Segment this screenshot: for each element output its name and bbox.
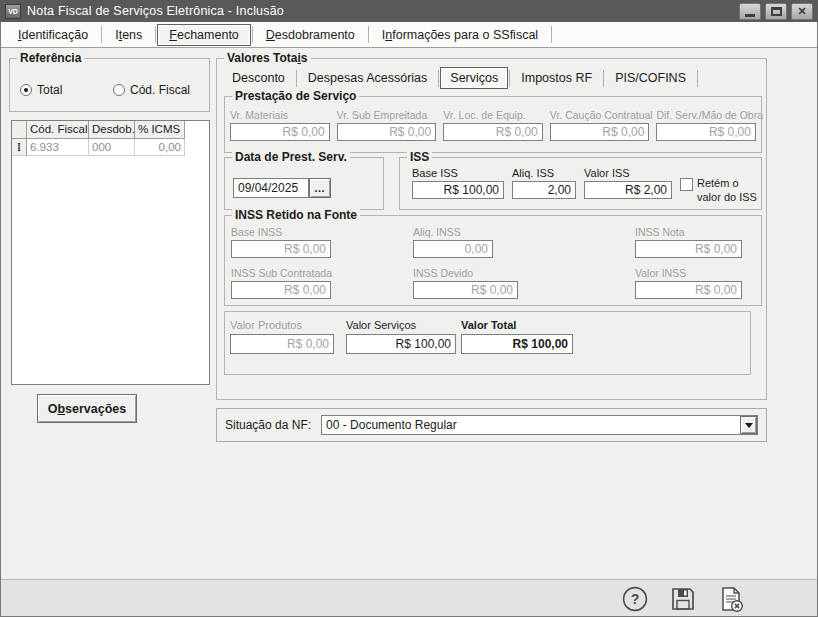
- retem-iss-checkbox-field[interactable]: Retém o valor do ISS: [680, 177, 761, 205]
- aliq-inss-input: 0,00: [413, 240, 493, 258]
- window-controls: ✕: [739, 3, 813, 20]
- situacao-dropdown[interactable]: 00 - Documento Regular: [321, 415, 758, 435]
- field-valor-total: Valor Total R$ 100,00: [461, 319, 573, 354]
- svg-text:?: ?: [631, 591, 640, 607]
- field-valor-produtos: Valor Produtos R$ 0,00: [230, 319, 334, 354]
- close-button[interactable]: ✕: [791, 3, 813, 20]
- minimize-button[interactable]: [739, 3, 761, 20]
- grid-header-selector: [12, 121, 27, 139]
- valor-servicos-input[interactable]: R$ 100,00: [346, 334, 456, 354]
- cell-cod-fiscal: 6.933: [27, 139, 89, 156]
- field-vr-loc-equip: Vr. Loc. de Equip. R$ 0,00: [443, 109, 543, 141]
- valor-inss-input: R$ 0,00: [635, 281, 742, 299]
- retem-iss-checkbox[interactable]: [680, 178, 693, 191]
- subtab-impostos-rf[interactable]: Impostos RF: [511, 67, 602, 89]
- subtab-pis-cofins[interactable]: PIS/COFINS: [605, 67, 696, 89]
- fiscal-codes-grid[interactable]: Cód. Fiscal Desdob. % ICMS I 6.933 000 0…: [11, 120, 210, 385]
- observacoes-button-label: Observações: [48, 402, 127, 416]
- iss-group: ISS Base ISS R$ 100,00 Aliq. ISS 2,00 Va…: [399, 157, 762, 210]
- field-aliq-inss: Aliq. INSS 0,00: [413, 226, 635, 258]
- row-selector-cursor-icon: I: [12, 139, 27, 156]
- field-valor-iss: Valor ISS R$ 2,00: [584, 167, 672, 199]
- date-picker-button[interactable]: …: [309, 178, 331, 198]
- field-vr-sub-empreitada: Vr. Sub Empreitada R$ 0,00: [337, 109, 437, 141]
- valor-iss-input[interactable]: R$ 2,00: [584, 181, 672, 199]
- tab-separator: [551, 26, 552, 43]
- base-iss-input[interactable]: R$ 100,00: [412, 181, 504, 199]
- tab-separator: [697, 70, 698, 87]
- aliq-inss-label: Aliq. INSS: [413, 226, 635, 238]
- cancel-document-icon: [717, 585, 745, 613]
- field-inss-sub-contratada: INSS Sub Contratada R$ 0,00: [231, 267, 413, 299]
- aliq-iss-input[interactable]: 2,00: [512, 181, 576, 199]
- tab-desdobramento[interactable]: Desdobramento: [254, 24, 367, 46]
- ellipsis-icon: …: [314, 182, 326, 194]
- inss-retido-group: INSS Retido na Fonte Base INSS R$ 0,00 A…: [224, 215, 762, 306]
- help-icon: ?: [621, 585, 649, 613]
- situacao-panel: Situação da NF: 00 - Documento Regular: [216, 408, 767, 442]
- footer-toolbar: ?: [1, 579, 817, 616]
- observacoes-button[interactable]: Observações: [37, 394, 137, 423]
- cell-icms: 0,00: [135, 139, 185, 156]
- valores-totais-group: Valores Totais Desconto Despesas Acessór…: [216, 58, 767, 400]
- tab-separator: [296, 70, 297, 87]
- maximize-button[interactable]: [765, 3, 787, 20]
- save-button[interactable]: [669, 585, 697, 613]
- vr-sub-empreitada-input: R$ 0,00: [337, 123, 437, 141]
- data-prest-serv-input[interactable]: 09/04/2025: [233, 178, 309, 198]
- situacao-label: Situação da NF:: [225, 418, 311, 432]
- inss-sub-contratada-label: INSS Sub Contratada: [231, 267, 413, 279]
- tab-separator: [252, 26, 253, 43]
- cancel-button[interactable]: [717, 585, 745, 613]
- subtab-servicos[interactable]: Serviços: [440, 67, 508, 89]
- inss-sub-contratada-input: R$ 0,00: [231, 281, 331, 299]
- field-base-iss: Base ISS R$ 100,00: [412, 167, 504, 199]
- valor-inss-label: Valor INSS: [635, 267, 753, 279]
- valor-total-label: Valor Total: [461, 319, 573, 331]
- dif-serv-mao-de-obra-input: R$ 0,00: [656, 123, 756, 141]
- retem-iss-label: Retém o valor do ISS: [697, 177, 761, 205]
- radio-total[interactable]: Total: [20, 83, 62, 97]
- valor-produtos-input: R$ 0,00: [230, 334, 334, 354]
- field-aliq-iss: Aliq. ISS 2,00: [512, 167, 576, 199]
- field-inss-devido: INSS Devido R$ 0,00: [413, 267, 635, 299]
- valores-totais-group-label: Valores Totais: [224, 51, 311, 65]
- help-button[interactable]: ?: [621, 585, 649, 613]
- grid-header-icms: % ICMS: [135, 121, 185, 139]
- tab-separator: [101, 26, 102, 43]
- grid-header-cod-fiscal: Cód. Fiscal: [27, 121, 89, 139]
- referencia-group-label: Referência: [17, 51, 84, 65]
- vr-loc-equip-label: Vr. Loc. de Equip.: [443, 109, 543, 121]
- tab-informacoes-ssfiscal[interactable]: Informações para o SSfiscal: [370, 24, 550, 46]
- chevron-down-icon: [745, 423, 753, 428]
- field-base-inss: Base INSS R$ 0,00: [231, 226, 413, 258]
- base-inss-label: Base INSS: [231, 226, 413, 238]
- dif-serv-mao-de-obra-label: Dif. Serv./Mão de Obra: [656, 109, 756, 121]
- minimize-icon: [745, 14, 755, 17]
- data-prest-serv-group: Data de Prest. Serv. 09/04/2025 …: [224, 157, 384, 210]
- base-iss-label: Base ISS: [412, 167, 504, 179]
- valor-total-input: R$ 100,00: [461, 334, 573, 354]
- vr-caucao-contratual-input: R$ 0,00: [550, 123, 650, 141]
- grid-header-desdob: Desdob.: [89, 121, 135, 139]
- valor-servicos-label: Valor Serviços: [346, 319, 456, 331]
- dropdown-button[interactable]: [740, 416, 757, 434]
- tab-separator: [509, 70, 510, 87]
- tab-itens[interactable]: Itens: [103, 24, 154, 46]
- radio-cod-fiscal[interactable]: Cód. Fiscal: [113, 83, 190, 97]
- prestacao-group-label: Prestação de Serviço: [232, 89, 359, 103]
- tab-identificacao[interactable]: Identificação: [6, 24, 100, 46]
- subtab-despesas-acessorias[interactable]: Despesas Acessórias: [298, 67, 438, 89]
- radio-total-label: Total: [37, 83, 62, 97]
- tab-separator: [603, 70, 604, 87]
- field-dif-serv-mao-de-obra: Dif. Serv./Mão de Obra R$ 0,00: [656, 109, 756, 141]
- tab-fechamento[interactable]: Fechamento: [157, 24, 251, 46]
- inss-nota-label: INSS Nota: [635, 226, 753, 238]
- iss-group-label: ISS: [407, 150, 432, 164]
- radio-cod-fiscal-label: Cód. Fiscal: [130, 83, 190, 97]
- aliq-iss-label: Aliq. ISS: [512, 167, 576, 179]
- tab-separator: [155, 26, 156, 43]
- subtab-desconto[interactable]: Desconto: [222, 67, 295, 89]
- table-row[interactable]: I 6.933 000 0,00: [12, 139, 209, 156]
- situacao-value: 00 - Documento Regular: [322, 418, 740, 432]
